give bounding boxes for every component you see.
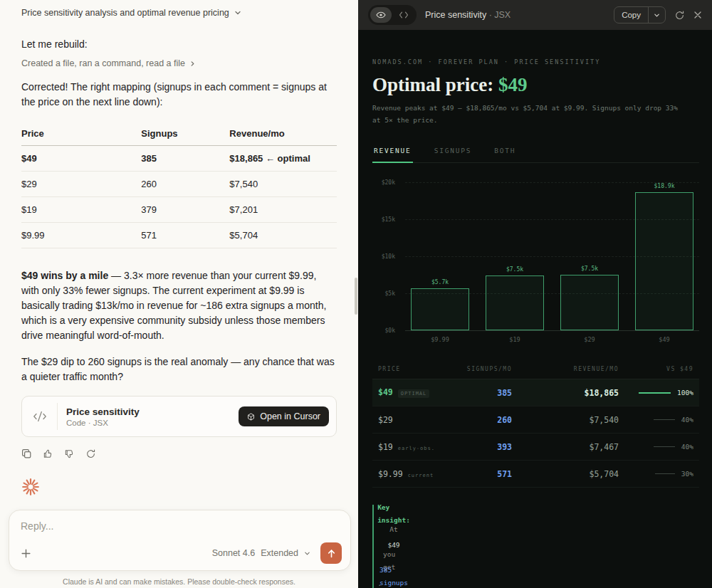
vs-bar (654, 419, 675, 420)
table-row: $29260$7,540 (21, 172, 337, 197)
y-tick-label: $0k (385, 327, 395, 334)
vs-cell: 40% (619, 443, 693, 451)
price-value: $9.99 (378, 469, 403, 479)
page-title: Optimal price: $49 (372, 74, 699, 96)
tab-signups[interactable]: SIGNUPS (433, 140, 473, 162)
column-header: Signups (141, 122, 229, 146)
bar-$49[interactable] (635, 192, 693, 330)
chevron-right-icon (189, 61, 196, 67)
signups-cell: 571 (460, 469, 512, 479)
code-toggle-button[interactable] (393, 7, 414, 23)
optimal-price-value: $49 (498, 74, 528, 95)
price-cell: $29 (378, 415, 460, 425)
vs-percent: 40% (681, 443, 693, 451)
disclaimer: Claude is AI and can make mistakes. Plea… (0, 577, 358, 586)
vs-percent: 30% (681, 470, 693, 478)
bar-group: $7.5k (486, 183, 544, 330)
eye-icon (376, 11, 386, 19)
vs-percent: 100% (677, 389, 693, 397)
table-cell: 385 (141, 146, 229, 172)
table-row: $19379$7,201 (21, 197, 337, 223)
results-table: PRICESIGNUPS/MOREVENUE/MOVS $49 $49OPTIM… (372, 363, 699, 488)
artifact-header: Price sensitivity · JSX Copy (358, 0, 712, 30)
bar-$19[interactable] (486, 275, 544, 330)
code-icon (399, 11, 409, 19)
code-artifact-icon (29, 403, 58, 430)
copy-icon[interactable] (21, 448, 32, 459)
preview-toggle-button[interactable] (370, 7, 392, 23)
chevron-down-icon[interactable] (234, 9, 241, 16)
copy-dropdown[interactable] (648, 7, 665, 23)
results-table-header: PRICESIGNUPS/MOREVENUE/MOVS $49 (372, 363, 699, 379)
open-in-cursor-button[interactable]: Open in Cursor (239, 406, 329, 426)
revenue-chart: $0k$5k$10k$15k$20k $5.7k$7.5k$7.5k$18.9k… (372, 183, 699, 343)
bar-$9.99[interactable] (411, 288, 469, 330)
price-value: $19 (378, 442, 393, 452)
results-table-body: $49OPTIMAL385$18,865100%$29260$7,54040%$… (372, 379, 699, 488)
send-button[interactable] (320, 542, 342, 564)
table-cell: $7,201 (229, 197, 337, 223)
vs-cell: 30% (619, 470, 693, 478)
bar-group: $7.5k (560, 183, 619, 330)
x-tick-label: $29 (560, 336, 619, 343)
hero-subtitle: Revenue peaks at $49 — $18,865/mo vs $5,… (372, 103, 686, 126)
price-cell: $19early-obs. (378, 442, 460, 452)
model-selector[interactable]: Sonnet 4.6 Extended (212, 548, 310, 558)
reply-input[interactable]: Reply... (21, 520, 339, 532)
left-table-body: $49385$18,865 ← optimal$29260$7,540$1937… (21, 146, 337, 248)
button-label: Open in Cursor (260, 411, 320, 421)
reply-composer[interactable]: Reply... Sonnet 4.6 Extended (9, 510, 351, 571)
retry-icon[interactable] (85, 448, 96, 459)
x-axis: $9.99$19$29$49 (405, 331, 699, 343)
message-text: $49 wins by a mile — 3.3× more revenue t… (21, 268, 337, 343)
price-tag: current (408, 473, 434, 478)
scrollbar[interactable] (355, 278, 357, 315)
revenue-cell: $7,540 (512, 415, 619, 425)
signups-cell: 385 (460, 388, 512, 398)
thumbs-down-icon[interactable] (64, 448, 75, 459)
artifact-panel: Price sensitivity · JSX Copy NOMA (358, 0, 712, 588)
x-tick-label: $9.99 (411, 336, 469, 343)
copy-label: Copy (614, 7, 648, 23)
artifact-content: NOMADS.COM · FOREVER PLAN · PRICE SENSIT… (358, 30, 712, 588)
bar-group: $18.9k (635, 183, 693, 330)
bar-value-label: $7.5k (581, 266, 598, 272)
cursor-logo-icon (247, 413, 255, 421)
bar-$29[interactable] (560, 275, 619, 330)
table-cell: $49 (21, 146, 141, 172)
close-icon[interactable] (693, 11, 702, 19)
tool-steps-summary[interactable]: Created a file, ran a command, read a fi… (21, 58, 337, 68)
conversation-title[interactable]: Price sensitivity analysis and optimal r… (21, 8, 229, 18)
copy-button[interactable]: Copy (614, 6, 666, 23)
chevron-down-icon (304, 550, 310, 557)
bold-text: $49 wins by a mile (21, 270, 108, 281)
table-cell: 379 (141, 197, 229, 223)
table-row: $49OPTIMAL385$18,865100% (372, 379, 699, 406)
bar-value-label: $18.9k (654, 183, 675, 189)
vs-bar (654, 446, 675, 447)
thumbs-up-icon[interactable] (43, 448, 53, 459)
tab-both[interactable]: BOTH (493, 140, 517, 162)
tab-revenue[interactable]: REVENUE (372, 140, 413, 163)
table-row: $9.99571$5,704 (21, 223, 337, 248)
table-cell: $19 (21, 197, 141, 223)
bar-value-label: $5.7k (431, 279, 449, 285)
attach-button[interactable] (21, 548, 31, 559)
vs-cell: 40% (619, 416, 693, 424)
table-cell: $18,865 ← optimal (229, 146, 337, 172)
view-toggle (368, 5, 417, 25)
price-value: $49 (378, 387, 393, 397)
key-insight: Key insight: At $49 you get 385 signups … (372, 505, 690, 588)
column-header: REVENUE/MO (512, 366, 619, 372)
refresh-icon[interactable] (674, 10, 685, 21)
column-header: PRICE (378, 366, 460, 372)
artifact-card[interactable]: Price sensitivity Code · JSX Open in Cur… (21, 396, 337, 437)
model-mode: Extended (261, 548, 298, 558)
revenue-cell: $5,704 (512, 469, 619, 479)
table-row: $19early-obs.393$7,46740% (372, 434, 699, 461)
table-cell: 571 (141, 223, 229, 248)
eyebrow: NOMADS.COM · FOREVER PLAN · PRICE SENSIT… (372, 58, 699, 65)
signups-cell: 393 (460, 442, 512, 452)
conversation-header: Price sensitivity analysis and optimal r… (0, 0, 358, 26)
message-actions (21, 448, 337, 459)
